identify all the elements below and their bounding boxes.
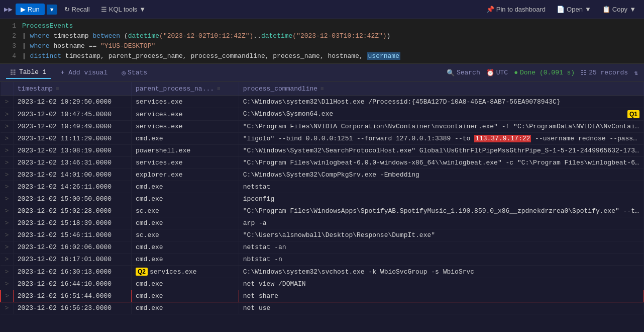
clock-icon: ⏰ bbox=[486, 69, 494, 77]
cmd-col-header[interactable]: process_commandline ≡ bbox=[239, 82, 643, 96]
open-icon: 📄 bbox=[557, 6, 565, 13]
row-parent-process: services.exe bbox=[132, 157, 239, 169]
table-row: >2023-12-02 10:29:50.0000services.exeC:\… bbox=[1, 96, 644, 108]
row-expand-cell[interactable]: > bbox=[1, 217, 13, 229]
run-button[interactable]: ▶ Run bbox=[16, 4, 45, 15]
results-table-container[interactable]: timestamp ≡ parent_process_na... ≡ proce… bbox=[0, 82, 644, 332]
parent-col-menu-icon[interactable]: ≡ bbox=[217, 86, 221, 92]
copy-button[interactable]: 📋 Copy ▼ bbox=[598, 4, 640, 15]
row-parent-process: powershell.exe bbox=[132, 145, 239, 157]
row-timestamp: 2023-12-02 16:56:23.0000 bbox=[13, 302, 131, 314]
timestamp-col-header[interactable]: timestamp ≡ bbox=[13, 82, 131, 96]
row-cmd: Q1C:\Windows\Sysmon64.exe bbox=[239, 108, 643, 121]
table-row: >2023-12-02 16:17:01.0000cmd.exenbtstat … bbox=[1, 254, 644, 266]
row-cmd: netstat bbox=[239, 181, 643, 193]
code-line-1: 1 ProcessEvents bbox=[0, 21, 644, 31]
row-cmd: net share bbox=[239, 290, 643, 302]
stats-icon: ◎ bbox=[122, 69, 126, 77]
row-timestamp: 2023-12-02 10:49:49.0000 bbox=[13, 121, 131, 133]
kql-icon: ☰ bbox=[101, 6, 107, 13]
row-expand-cell[interactable]: > bbox=[1, 108, 13, 121]
row-expand-cell[interactable]: > bbox=[1, 121, 13, 133]
timestamp-col-menu-icon[interactable]: ≡ bbox=[56, 86, 59, 92]
cmd-col-menu-icon[interactable]: ≡ bbox=[320, 86, 324, 92]
row-expand-cell[interactable]: > bbox=[1, 290, 13, 302]
row-parent-process: services.exe bbox=[132, 96, 239, 108]
run-dropdown-button[interactable]: ▼ bbox=[47, 5, 57, 15]
row-expand-cell[interactable]: > bbox=[1, 145, 13, 157]
copy-label: Copy bbox=[612, 6, 627, 13]
row-expand-cell[interactable]: > bbox=[1, 181, 13, 193]
row-parent-process: cmd.exe bbox=[132, 290, 239, 302]
table-tab[interactable]: ☷ Table 1 bbox=[6, 67, 51, 79]
row-expand-cell[interactable]: > bbox=[1, 169, 13, 181]
row-cmd: "ligolo" --bind 0.0.0.0:1251 --forward 1… bbox=[239, 133, 643, 145]
row-expand-cell[interactable]: > bbox=[1, 229, 13, 241]
row-expand-cell[interactable]: > bbox=[1, 254, 13, 266]
row-cmd: C:\Windows\System32\CompPkgSrv.exe -Embe… bbox=[239, 169, 643, 181]
row-expand-cell[interactable]: > bbox=[1, 193, 13, 205]
open-button[interactable]: 📄 Open ▼ bbox=[553, 4, 595, 15]
table-row: >2023-12-02 10:49:49.0000services.exe"C:… bbox=[1, 121, 644, 133]
row-timestamp: 2023-12-02 10:29:50.0000 bbox=[13, 96, 131, 108]
row-cmd: "C:\Program Files\winlogbeat-6.0.0-windo… bbox=[239, 157, 643, 169]
search-icon: 🔍 bbox=[447, 69, 455, 77]
copy-icon: 📋 bbox=[602, 6, 610, 13]
row-expand-cell[interactable]: > bbox=[1, 133, 13, 145]
table-row: >2023-12-02 13:46:31.0000services.exe"C:… bbox=[1, 157, 644, 169]
row-parent-process: services.exe bbox=[132, 108, 239, 121]
kql-tools-button[interactable]: ☰ KQL tools ▼ bbox=[97, 4, 150, 15]
row-parent-process: services.exe bbox=[132, 121, 239, 133]
row-timestamp: 2023-12-02 13:46:31.0000 bbox=[13, 157, 131, 169]
toolbar-left: ▶▶ ▶ Run ▼ ↻ Recall ☰ KQL tools ▼ bbox=[4, 4, 479, 15]
row-expand-cell[interactable]: > bbox=[1, 266, 13, 278]
stats-button[interactable]: ◎ Stats bbox=[118, 67, 151, 78]
table-tab-label: Table 1 bbox=[19, 68, 47, 76]
row-expand-cell[interactable]: > bbox=[1, 278, 13, 290]
results-actions: 🔍 Search ⏰ UTC ● Done (0.091 s) ☷ 25 rec… bbox=[447, 69, 638, 77]
parent-col-header[interactable]: parent_process_na... ≡ bbox=[132, 82, 239, 96]
results-toolbar: ☷ Table 1 + Add visual ◎ Stats 🔍 Search … bbox=[0, 64, 644, 82]
search-label: Search bbox=[457, 69, 480, 76]
open-chevron-icon: ▼ bbox=[585, 6, 591, 13]
search-button[interactable]: 🔍 Search bbox=[447, 69, 480, 77]
row-expand-cell[interactable]: > bbox=[1, 96, 13, 108]
expand-icon[interactable]: ▶▶ bbox=[4, 5, 13, 14]
row-cmd: ipconfig bbox=[239, 193, 643, 205]
utc-button[interactable]: ⏰ UTC bbox=[486, 69, 508, 77]
row-cmd: C:\Windows\system32\DllHost.exe /Process… bbox=[239, 96, 643, 108]
row-cmd: "C:\Users\alsnowball\Desktop\Response\Du… bbox=[239, 229, 643, 241]
row-timestamp: 2023-12-02 16:17:01.0000 bbox=[13, 254, 131, 266]
row-parent-process: cmd.exe bbox=[132, 302, 239, 314]
row-timestamp: 2023-12-02 16:51:44.0000 bbox=[13, 290, 131, 302]
row-parent-process: cmd.exe bbox=[132, 193, 239, 205]
row-timestamp: 2023-12-02 14:26:11.0000 bbox=[13, 181, 131, 193]
row-cmd: "C:\Program Files\NVIDIA Corporation\NvC… bbox=[239, 121, 643, 133]
code-editor[interactable]: 1 ProcessEvents 2 | where timestamp betw… bbox=[0, 19, 644, 64]
row-expand-cell[interactable]: > bbox=[1, 205, 13, 217]
row-cmd: net use bbox=[239, 302, 643, 314]
row-expand-cell[interactable]: > bbox=[1, 302, 13, 314]
records-label: 25 records bbox=[589, 69, 628, 76]
table-header-row: timestamp ≡ parent_process_na... ≡ proce… bbox=[1, 82, 644, 96]
row-parent-process: cmd.exe bbox=[132, 241, 239, 254]
recall-button[interactable]: ↻ Recall bbox=[60, 4, 94, 15]
row-parent-process: cmd.exe bbox=[132, 254, 239, 266]
toolbar-right: 📌 Pin to dashboard 📄 Open ▼ 📋 Copy ▼ bbox=[482, 4, 640, 15]
row-expand-cell[interactable]: > bbox=[1, 241, 13, 254]
code-text-3: | where hostname == "Y1US-DESKTOP" bbox=[22, 41, 155, 51]
expand-results-button[interactable]: ⇅ bbox=[634, 69, 638, 77]
pin-label: Pin to dashboard bbox=[496, 6, 546, 13]
pin-dashboard-button[interactable]: 📌 Pin to dashboard bbox=[482, 4, 550, 15]
row-cmd: "C:\Windows\System32\SearchProtocolHost.… bbox=[239, 145, 643, 157]
results-tabs: ☷ Table 1 + Add visual ◎ Stats bbox=[6, 67, 439, 79]
row-timestamp: 2023-12-02 15:02:28.0000 bbox=[13, 205, 131, 217]
recall-icon: ↻ bbox=[64, 6, 70, 13]
add-visual-button[interactable]: + Add visual bbox=[57, 67, 112, 78]
table-row: >2023-12-02 15:00:50.0000cmd.exeipconfig bbox=[1, 193, 644, 205]
code-line-3: 3 | where hostname == "Y1US-DESKTOP" bbox=[0, 41, 644, 51]
row-parent-process: Q2services.exe bbox=[132, 266, 239, 278]
row-expand-cell[interactable]: > bbox=[1, 157, 13, 169]
check-icon: ● bbox=[514, 69, 518, 76]
stats-label: Stats bbox=[128, 69, 147, 76]
